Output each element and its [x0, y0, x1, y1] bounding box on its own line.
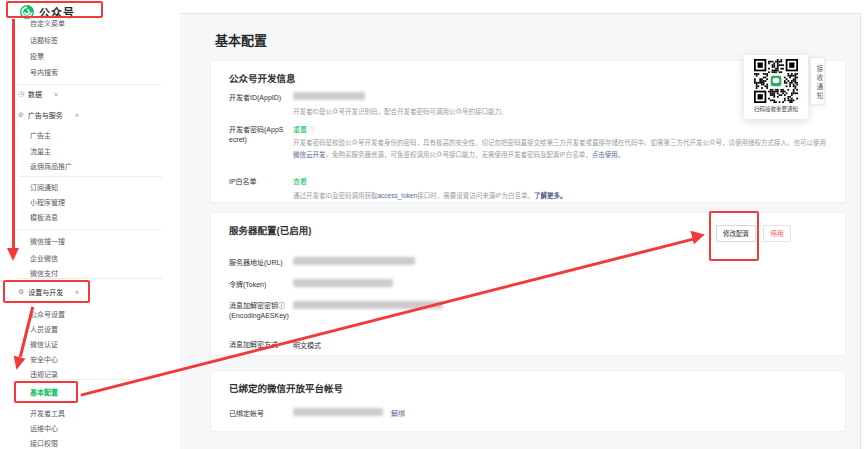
ip-whitelist-desc: 通过开发者ID及密码调用获取access_token接口时，需要设置访问来源IP…: [293, 190, 566, 202]
sidebar-divider: [18, 379, 162, 380]
aes-key-redacted: [293, 301, 443, 309]
sidebar-divider: [18, 229, 162, 230]
page-title: 基本配置: [215, 30, 267, 49]
aes-key-label: 消息加解密密钥ⓘ(EncodingAESKey): [229, 301, 291, 321]
sidebar-item-vote[interactable]: 投票: [30, 52, 44, 62]
server-url-label: 服务器地址(URL): [229, 258, 283, 268]
ip-whitelist-view[interactable]: 查看: [293, 177, 307, 187]
view-link[interactable]: 查看: [293, 178, 307, 185]
sidebar-item-inapp-search[interactable]: 号内搜索: [30, 68, 58, 78]
disable-button[interactable]: 停用: [763, 225, 791, 242]
appid-desc: 开发者ID是公众号开发识别码，配合开发者密码可调用公众号的接口能力。: [293, 106, 508, 118]
server-url-redacted: [293, 257, 415, 265]
token-label: 令牌(Token): [229, 280, 266, 290]
sidebar-item-developer-tools[interactable]: 开发者工具: [30, 409, 65, 419]
qr-code: [754, 59, 798, 103]
desc-text: 通过开发者ID及密码调用获取: [293, 192, 378, 199]
sidebar-item-ops-center[interactable]: 运维中心: [30, 424, 58, 434]
card-title: 服务器配置(已启用): [229, 223, 311, 237]
section-label: 设置与开发: [28, 287, 63, 297]
sidebar-item-traffic-owner[interactable]: 流量主: [30, 147, 51, 157]
sidebar-item-rebate-promo[interactable]: 返佣商品推广: [30, 162, 72, 172]
sidebar-item-custom-menu[interactable]: 自定义菜单: [30, 19, 65, 29]
sidebar-item-advertiser[interactable]: 广告主: [30, 131, 51, 141]
sidebar-divider: [18, 278, 162, 279]
qr-notify-panel: 扫码接收重要通知: [744, 55, 808, 119]
official-account-logo[interactable]: 公众号: [20, 4, 75, 20]
encrypt-mode-label: 消息加解密方式: [229, 340, 278, 350]
ip-whitelist-label: IP白名单: [229, 177, 257, 187]
logo-label: 公众号: [39, 4, 75, 20]
sidebar: 公众号 自定义菜单 话题标签 投票 号内搜索 ◷ 数据 ∨ ⊘ 广告与服务 ∧ …: [0, 0, 180, 449]
wechat-mp-logo-icon: [20, 5, 34, 19]
sidebar-item-subscribe-notice[interactable]: 订阅通知: [30, 183, 58, 193]
card-title: 已绑定的微信开放平台帐号: [229, 381, 343, 395]
unbind[interactable]: 解绑: [391, 409, 405, 419]
sidebar-divider: [18, 176, 162, 177]
sidebar-item-basic-config[interactable]: 基本配置: [30, 388, 58, 398]
server-config-card: 服务器配置(已启用) 修改配置 停用 服务器地址(URL) 令牌(Token) …: [210, 212, 846, 356]
sidebar-item-miniprogram-mgmt[interactable]: 小程序管理: [30, 198, 65, 208]
appsecret-label: 开发者密码(AppSecret): [229, 125, 287, 145]
section-label: 数据: [28, 89, 42, 99]
sidebar-item-security-center[interactable]: 安全中心: [30, 355, 58, 365]
sidebar-item-wechat-search[interactable]: 微信搜一搜: [30, 237, 65, 247]
page-right-border: [860, 13, 861, 449]
appid-label: 开发者ID(AppID): [229, 93, 281, 103]
learn-more-link[interactable]: 了解更多。: [534, 192, 567, 199]
sidebar-item-account-settings[interactable]: 公众号设置: [30, 310, 65, 320]
chevron-up-icon: ∧: [74, 112, 80, 118]
gear-icon: ⚙: [18, 288, 24, 296]
reset-link[interactable]: 重置: [293, 126, 307, 133]
desc-text: ，免购买服务器资源，可免鉴权调用公众号接口能力，无需使用开发者密码及配置IP白名…: [326, 151, 592, 158]
encrypt-mode-value: 明文模式: [293, 340, 321, 350]
info-icon: ⓘ: [309, 127, 315, 133]
desc-text: 接口时，需要设置访问来源IP为白名单，: [417, 192, 534, 199]
bound-account-card: 已绑定的微信开放平台帐号 已绑定帐号 解绑: [210, 370, 846, 432]
sidebar-divider: [18, 84, 162, 85]
wechat-mp-admin-page: 公众号 自定义菜单 话题标签 投票 号内搜索 ◷ 数据 ∨ ⊘ 广告与服务 ∧ …: [0, 0, 864, 449]
sidebar-item-topic-tags[interactable]: 话题标签: [30, 36, 58, 46]
token-redacted: [293, 279, 393, 287]
bound-account-label: 已绑定帐号: [229, 409, 264, 419]
bound-account-redacted: [293, 408, 383, 416]
section-label: 广告与服务: [28, 110, 63, 120]
sidebar-item-template-message[interactable]: 模板消息: [30, 213, 58, 223]
desc-text: 开发者密码是校验公众号开发者身份的密码，具有极高的安全性。切记勿把密码直接交给第…: [293, 139, 826, 146]
qr-caption: 扫码接收重要通知: [744, 105, 808, 113]
receive-notice-tab[interactable]: 接收通知: [810, 57, 825, 105]
cloud-dev-link[interactable]: 微信云开发: [293, 151, 326, 158]
sidebar-section-ads-services[interactable]: ⊘ 广告与服务 ∧: [18, 110, 79, 120]
appsecret-reset-link[interactable]: 重置ⓘ: [293, 125, 315, 135]
click-to-use-link[interactable]: 点击使用。: [592, 151, 625, 158]
sidebar-item-staff-settings[interactable]: 人员设置: [30, 325, 58, 335]
data-section-icon: ◷: [18, 90, 24, 98]
sidebar-section-data[interactable]: ◷ 数据 ∨: [18, 89, 58, 99]
ads-section-icon: ⊘: [18, 111, 24, 119]
chevron-up-icon: ∧: [74, 289, 80, 295]
modify-config-button[interactable]: 修改配置: [716, 225, 756, 242]
appid-value-redacted: [293, 92, 365, 100]
access-token-link[interactable]: access_token: [378, 192, 418, 199]
appsecret-desc: 开发者密码是校验公众号开发者身份的密码，具有极高的安全性。切记勿把密码直接交给第…: [293, 137, 829, 161]
sidebar-section-settings-dev[interactable]: ⚙ 设置与开发 ∧: [18, 287, 79, 297]
chevron-down-icon: ∨: [53, 91, 59, 97]
sidebar-item-api-permissions[interactable]: 接口权限: [30, 439, 58, 449]
sidebar-item-wechat-verify[interactable]: 微信认证: [30, 340, 58, 350]
card-title: 公众号开发信息: [229, 71, 296, 85]
sidebar-item-wework[interactable]: 企业微信: [30, 254, 58, 264]
unbind-link[interactable]: 解绑: [391, 410, 405, 417]
